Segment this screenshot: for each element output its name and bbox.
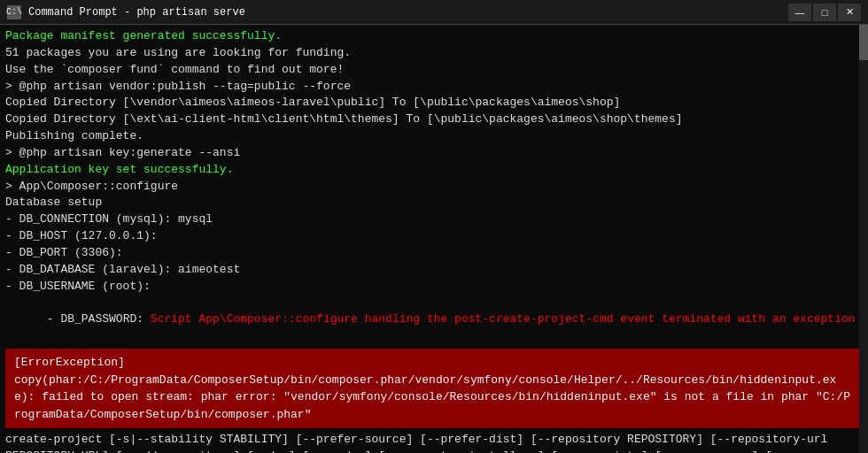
terminal-line: - DB_PORT (3306): — [5, 245, 863, 262]
error-title: [ErrorException] — [14, 354, 854, 372]
db-password-label: - DB_PASSWORD: — [47, 312, 151, 326]
bottom-output: create-project [-s|--stability STABILITY… — [5, 432, 863, 453]
terminal-line: Application key set successfully. — [5, 162, 863, 179]
terminal-line: - DB_USERNAME (root): — [5, 279, 863, 296]
terminal-line: Package manifest generated successfully. — [5, 28, 863, 45]
db-password-error: Script App\Composer::configure handling … — [151, 312, 856, 326]
window-controls: — □ ✕ — [788, 4, 861, 21]
terminal-line: > @php artisan key:generate --ansi — [5, 145, 863, 162]
terminal-line: Database setup — [5, 195, 863, 211]
terminal-line: - DB_CONNECTION (mysql): mysql — [5, 211, 863, 228]
close-button[interactable]: ✕ — [838, 4, 861, 21]
scrollbar-thumb[interactable] — [859, 25, 868, 60]
minimize-button[interactable]: — — [788, 4, 811, 21]
terminal-line: - DB_DATABASE (laravel): aimeotest — [5, 262, 863, 279]
scrollbar[interactable] — [859, 25, 868, 453]
terminal-line: > App\Composer::configure — [5, 179, 863, 196]
terminal-line: create-project [-s|--stability STABILITY… — [5, 432, 863, 449]
terminal-output: Package manifest generated successfully.… — [5, 28, 863, 296]
terminal-line: Use the `composer fund` command to find … — [5, 62, 863, 79]
window-title: Command Prompt - php artisan serve — [28, 6, 788, 19]
error-block: [ErrorException] copy(phar:/C:/ProgramDa… — [5, 349, 863, 428]
terminal-line: REPOSITORY-URL] [--add-repository] [--de… — [5, 449, 863, 453]
app-icon: C:\ — [7, 5, 21, 19]
error-body: copy(phar:/C:/ProgramData/ComposerSetup/… — [14, 372, 854, 424]
maximize-button[interactable]: □ — [813, 4, 836, 21]
titlebar: C:\ Command Prompt - php artisan serve —… — [0, 0, 868, 25]
window: C:\ Command Prompt - php artisan serve —… — [0, 0, 868, 453]
db-password-line: - DB_PASSWORD: Script App\Composer::conf… — [5, 296, 863, 346]
terminal-line: - DB_HOST (127.0.0.1): — [5, 228, 863, 245]
terminal-line: Copied Directory [\vendor\aimeos\aimeos-… — [5, 95, 863, 111]
terminal-body: Package manifest generated successfully.… — [0, 25, 868, 453]
terminal-line: Publishing complete. — [5, 128, 863, 145]
terminal-line: Copied Directory [\ext\ai-client-html\cl… — [5, 111, 863, 128]
terminal-line: 51 packages you are using are looking fo… — [5, 45, 863, 62]
terminal-line: > @php artisan vendor:publish --tag=publ… — [5, 79, 863, 96]
